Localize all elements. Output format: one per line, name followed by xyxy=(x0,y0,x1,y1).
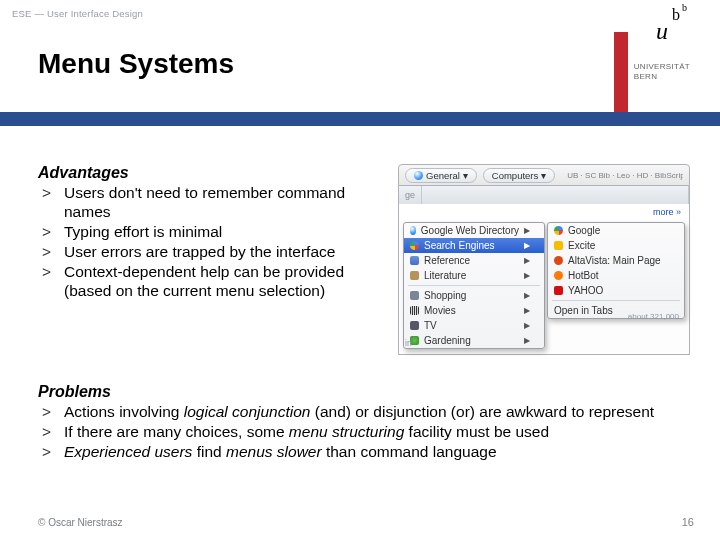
advantages-list: >Users don't need to remember command na… xyxy=(38,184,384,300)
mock-toolbar: General ▾ Computers ▾ UB · SC Bib · Leo … xyxy=(398,164,690,186)
menu-item-label: Gardening xyxy=(424,335,471,346)
bullet-marker: > xyxy=(42,223,64,242)
d-tv-icon xyxy=(410,321,419,330)
university-name: UNIVERSITÄT BERN xyxy=(634,62,690,82)
d-ref-icon xyxy=(410,256,419,265)
bullet-marker: > xyxy=(42,443,64,462)
chevron-right-icon: ▶ xyxy=(524,291,530,300)
d-av-icon xyxy=(554,256,563,265)
chevron-right-icon: ▶ xyxy=(524,321,530,330)
submenu-item[interactable]: HotBot xyxy=(548,268,684,283)
menu-item-label: Reference xyxy=(424,255,470,266)
menu-item[interactable]: Shopping▶ xyxy=(404,288,544,303)
list-item: >Users don't need to remember command na… xyxy=(42,184,384,222)
tab-item[interactable] xyxy=(422,186,689,204)
menu-item[interactable]: Reference▶ xyxy=(404,253,544,268)
menu-item[interactable]: Literature▶ xyxy=(404,268,544,283)
chevron-right-icon: ▶ xyxy=(524,271,530,280)
toolbar-pill-general[interactable]: General ▾ xyxy=(405,168,477,183)
submenu-item[interactable]: Excite xyxy=(548,238,684,253)
uni-letter-u: u xyxy=(656,18,668,45)
menu-item-label: Shopping xyxy=(424,290,466,301)
bullet-marker: > xyxy=(42,403,64,422)
menu-item-label: Search Engines xyxy=(424,240,495,251)
submenu-item-label: Google xyxy=(568,225,600,236)
d-lit-icon xyxy=(410,271,419,280)
d-excite-icon xyxy=(554,241,563,250)
page-title: Menu Systems xyxy=(38,48,234,80)
mock-link-bar: more » xyxy=(398,204,690,220)
submenu-item-label: AltaVista: Main Page xyxy=(568,255,661,266)
menu-item[interactable]: Movies▶ xyxy=(404,303,544,318)
submenu-item[interactable]: AltaVista: Main Page xyxy=(548,253,684,268)
list-item: >User errors are trapped by the interfac… xyxy=(42,243,384,262)
menu-item[interactable]: Search Engines▶ xyxy=(404,238,544,253)
submenu-item-label: HotBot xyxy=(568,270,599,281)
context-submenu: GoogleExciteAltaVista: Main PageHotBotYA… xyxy=(547,222,685,319)
context-menu-primary: Google Web Directory▶Search Engines▶Refe… xyxy=(403,222,545,349)
problems-list: >Actions involving logical conjunction (… xyxy=(38,403,690,462)
chevron-right-icon: ▶ xyxy=(524,226,530,235)
d-goog-icon xyxy=(554,226,563,235)
university-logo: u bb xyxy=(610,6,690,50)
bullet-marker: > xyxy=(42,423,64,442)
submenu-item-label: Excite xyxy=(568,240,595,251)
menu-illustration: General ▾ Computers ▾ UB · SC Bib · Leo … xyxy=(398,164,690,355)
toolbar-trailing-text: UB · SC Bib · Leo · HD · BibScript xyxy=(567,171,683,180)
uni-b-superscript: b xyxy=(682,2,687,13)
more-link[interactable]: more » xyxy=(653,207,681,217)
menu-item[interactable]: Gardening▶ xyxy=(404,333,544,348)
chevron-right-icon: ▶ xyxy=(524,256,530,265)
menu-item-label: Literature xyxy=(424,270,466,281)
ghost-result-count: about 321,000 xyxy=(628,312,679,321)
bullet-marker: > xyxy=(42,243,64,262)
chevron-right-icon: ▶ xyxy=(524,306,530,315)
tab-truncated-left[interactable]: ge xyxy=(399,186,422,204)
d-globe-icon xyxy=(410,226,416,235)
list-item: >Actions involving logical conjunction (… xyxy=(42,403,690,422)
list-item: >Typing effort is minimal xyxy=(42,223,384,242)
bullet-marker: > xyxy=(42,184,64,222)
title-underline-bar xyxy=(0,112,720,126)
submenu-item-label: Open in Tabs xyxy=(554,305,613,316)
uni-letter-b: bb xyxy=(672,6,680,24)
d-hot-icon xyxy=(554,271,563,280)
bullet-marker: > xyxy=(42,263,64,301)
menu-item[interactable]: Google Web Directory▶ xyxy=(404,223,544,238)
ghost-inline-text: in xyxy=(405,338,412,348)
globe-icon xyxy=(414,171,423,180)
menu-item[interactable]: TV▶ xyxy=(404,318,544,333)
list-item: >Context-dependent help can be provided … xyxy=(42,263,384,301)
submenu-item[interactable]: YAHOO xyxy=(548,283,684,298)
chevron-right-icon: ▶ xyxy=(524,241,530,250)
menu-item-label: Movies xyxy=(424,305,456,316)
list-item: >Experienced users find menus slower tha… xyxy=(42,443,690,462)
d-goog-icon xyxy=(410,241,419,250)
problems-heading: Problems xyxy=(38,383,690,401)
d-cart-icon xyxy=(410,291,419,300)
menu-item-label: Google Web Directory xyxy=(421,225,519,236)
d-y-icon xyxy=(554,286,563,295)
submenu-item-label: YAHOO xyxy=(568,285,603,296)
chevron-right-icon: ▶ xyxy=(524,336,530,345)
list-item: >If there are many choices, some menu st… xyxy=(42,423,690,442)
header-course-label: ESE — User Interface Design xyxy=(12,8,143,19)
submenu-item[interactable]: Google xyxy=(548,223,684,238)
footer-page-number: 16 xyxy=(682,516,694,528)
footer-copyright: © Oscar Nierstrasz xyxy=(38,517,123,528)
toolbar-pill-computers[interactable]: Computers ▾ xyxy=(483,168,555,183)
d-film-icon xyxy=(410,306,419,315)
advantages-heading: Advantages xyxy=(38,164,384,182)
mock-tabbar: ge xyxy=(398,186,690,204)
menu-item-label: TV xyxy=(424,320,437,331)
